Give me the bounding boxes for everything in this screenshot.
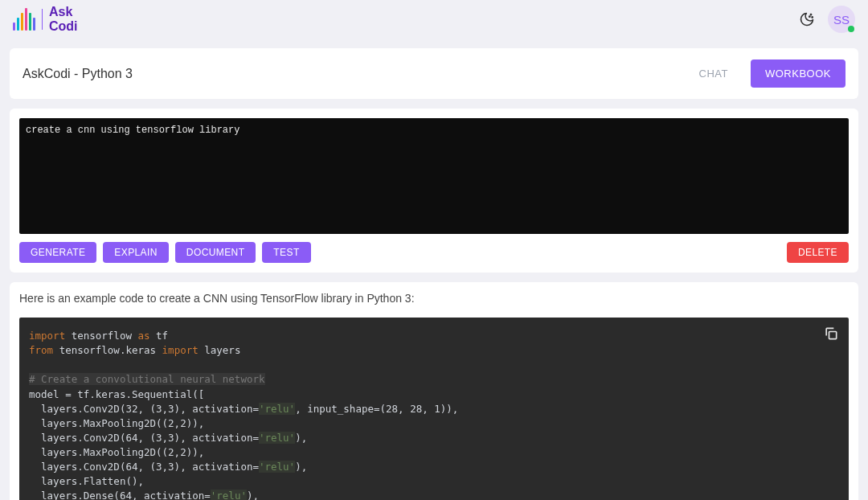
theme-toggle-button[interactable] [797,10,817,29]
tab-chat[interactable]: CHAT [696,61,731,86]
logo[interactable]: Ask Codi [13,5,78,33]
avatar[interactable]: SS [828,6,855,33]
test-button[interactable]: TEST [262,242,310,263]
online-status-dot [848,26,854,32]
svg-rect-3 [829,332,837,339]
page-title: AskCodi - Python 3 [23,67,133,81]
delete-button[interactable]: DELETE [787,242,849,263]
code-output: import tensorflow as tf from tensorflow.… [19,318,849,500]
result-card: Here is an example code to create a CNN … [10,282,858,500]
svg-point-1 [812,17,813,18]
header-right: SS [797,6,855,33]
code-content: import tensorflow as tf from tensorflow.… [29,329,839,500]
input-card: create a cnn using tensorflow library GE… [10,109,858,273]
generate-button[interactable]: GENERATE [19,242,96,263]
copy-button[interactable] [823,326,841,343]
document-button[interactable]: DOCUMENT [175,242,256,263]
title-bar: AskCodi - Python 3 CHAT WORKBOOK [10,48,858,99]
action-bar: GENERATE EXPLAIN DOCUMENT TEST DELETE [19,242,849,263]
explain-button[interactable]: EXPLAIN [103,242,169,263]
moon-icon [799,11,815,27]
tabs: CHAT WORKBOOK [696,59,845,88]
svg-point-0 [810,14,811,15]
avatar-initials: SS [833,13,850,27]
logo-text: Ask Codi [49,5,78,33]
logo-bars-icon [13,8,35,31]
tab-workbook[interactable]: WORKBOOK [751,59,845,88]
copy-icon [823,326,839,342]
code-input[interactable]: create a cnn using tensorflow library [19,118,849,234]
logo-divider [42,9,43,30]
app-header: Ask Codi SS [0,0,868,39]
actions-left: GENERATE EXPLAIN DOCUMENT TEST [19,242,311,263]
svg-point-2 [809,16,810,17]
result-description: Here is an example code to create a CNN … [19,292,849,305]
